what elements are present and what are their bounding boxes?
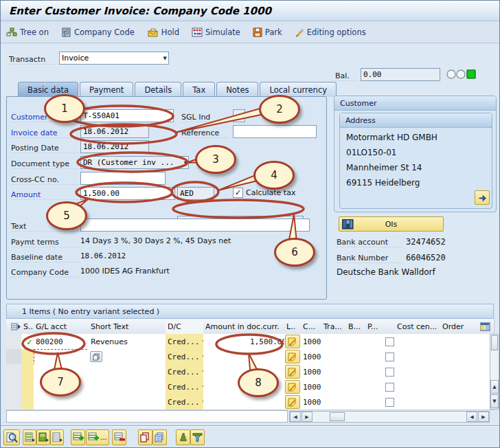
editing-options-button[interactable]: Editing options [295,27,366,37]
detail-search-button[interactable] [3,429,20,445]
long-text-button[interactable] [285,365,300,379]
scroll-right-end-button[interactable]: ▶ [478,412,489,422]
document-type-label: Document type [11,157,80,169]
tab-payment[interactable]: Payment [80,82,133,97]
order-cell[interactable] [440,394,481,410]
posting-date-field[interactable]: 18.06.2012 [80,140,149,153]
order-cell[interactable] [440,349,481,365]
cost-center-cell[interactable] [395,394,445,410]
v-scrollbar-thumb[interactable] [491,335,498,350]
reference-field[interactable] [233,125,317,138]
tab-tax-label: Tax [192,85,205,95]
dc-dropdown-cell[interactable]: Cred...▼ [166,349,208,365]
row-checkbox[interactable] [385,383,394,392]
sort-icon [178,432,188,443]
sgl-ind-field[interactable] [233,109,245,122]
display-address-button[interactable] [475,190,490,205]
copy-button[interactable] [138,429,152,445]
select-all-button[interactable] [23,429,36,445]
col-header-cost-cen[interactable]: Cost cen... [395,319,445,335]
bank-number-label: Bank Number [337,251,402,263]
sort-ascending-button[interactable] [176,429,190,445]
text-field[interactable] [80,219,310,232]
dc-dropdown-cell[interactable]: Cred...▼ [166,364,208,380]
tab-local-currency[interactable]: Local currency [260,82,337,97]
customer-field[interactable]: T-S50A01 [80,109,174,122]
col-header-gl-acct[interactable]: G/L acct [34,319,93,335]
gl-acct-cell[interactable] [34,394,93,410]
company-code-row-label: Company Code [11,265,80,278]
insert-row-button[interactable] [71,429,85,445]
order-cell[interactable] [440,334,481,350]
scroll-up-button[interactable]: ▲ [490,380,499,394]
transactn-label: Transactn [9,52,57,65]
cost-center-cell[interactable] [395,379,445,395]
ois-button[interactable]: OIs [339,216,444,232]
long-text-button[interactable] [285,335,300,348]
row-checkbox[interactable] [385,352,394,361]
cost-center-cell[interactable] [395,334,445,350]
scroll-left-button[interactable]: ◀ [290,412,301,422]
callout-5-number: 5 [63,210,70,222]
order-cell[interactable] [440,379,481,395]
col-header-order[interactable]: Order [440,319,481,335]
select-block-button[interactable] [36,429,50,445]
short-text-cell[interactable]: Revenues [89,334,170,350]
scroll-right-button[interactable]: ▶ [302,412,312,422]
row-checkbox[interactable] [385,398,394,407]
deselect-all-button[interactable] [50,429,64,445]
gl-acct-cell-active[interactable] [34,349,94,366]
baseline-date-value: 18.06.2012 [80,251,126,260]
dc-dropdown-cell[interactable]: Cred...▼ [166,379,208,395]
tab-notes[interactable]: Notes [216,82,258,97]
magnifier-icon [5,432,18,444]
col-header-dc[interactable]: D/C [166,319,208,335]
short-text-cell[interactable] [89,364,170,380]
scroll-left-end-button[interactable]: ◀ [466,412,477,422]
filter-button[interactable] [190,429,205,445]
invoice-date-field[interactable]: 18.06.2012 [80,125,149,138]
hold-button[interactable]: Hold [147,27,179,37]
scroll-down-button[interactable]: ▼ [490,394,499,408]
tab-details-label: Details [144,85,172,95]
row-checkbox[interactable] [385,337,394,346]
gl-acct-cell[interactable]: 800200 [34,334,93,350]
delete-row-button[interactable] [112,429,126,445]
amount-cell[interactable]: 1,500.00 [203,334,289,350]
table-config-button[interactable] [476,319,495,335]
simulate-button[interactable]: Simulate [192,27,240,37]
copy-value-button[interactable] [90,351,102,362]
insert-row-icon [73,432,84,443]
currency-field[interactable]: AED [177,187,214,200]
order-cell[interactable] [440,364,481,380]
vertical-scrollbar[interactable]: ▲ ▼ [490,334,499,410]
col-header-amount[interactable]: Amount in doc.curr. [203,319,289,335]
short-text-cell[interactable] [89,379,170,395]
long-text-button[interactable] [285,395,300,409]
long-text-button[interactable] [285,380,300,394]
insert-row-more-button[interactable]: ... [86,429,109,445]
tab-details[interactable]: Details [135,82,181,97]
transactn-dropdown[interactable]: Invoice ▼ [59,52,169,65]
long-text-button[interactable] [285,350,300,363]
col-header-short-text[interactable]: Short Text [89,319,170,335]
cost-center-cell[interactable] [395,349,445,365]
park-button[interactable]: Park [253,27,282,37]
company-code-button[interactable]: § Company Code [61,27,135,37]
document-type-dropdown[interactable]: DR (Customer inv ... ▼ [80,156,189,169]
horizontal-scrollbar[interactable]: ◀ ▶ ◀ ▶ [289,411,490,423]
amount-cell[interactable] [203,349,289,365]
tab-tax[interactable]: Tax [183,82,215,97]
cross-cc-field[interactable] [80,172,166,185]
tree-on-button[interactable]: Tree on [6,27,49,37]
dc-dropdown-cell[interactable]: Cred...▼ [166,334,208,350]
calculate-tax-checkbox[interactable]: ✓ [233,188,243,198]
short-text-cell[interactable] [89,394,170,410]
dc-dropdown-cell[interactable]: Cred...▼ [166,394,208,410]
amount-field[interactable]: 1,500.00 [80,187,175,200]
row-checkbox[interactable] [385,368,394,377]
h-scrollbar-thumb[interactable] [330,412,345,421]
amount-cell[interactable] [203,394,289,410]
cost-center-cell[interactable] [395,364,445,380]
paste-button[interactable] [152,429,167,445]
